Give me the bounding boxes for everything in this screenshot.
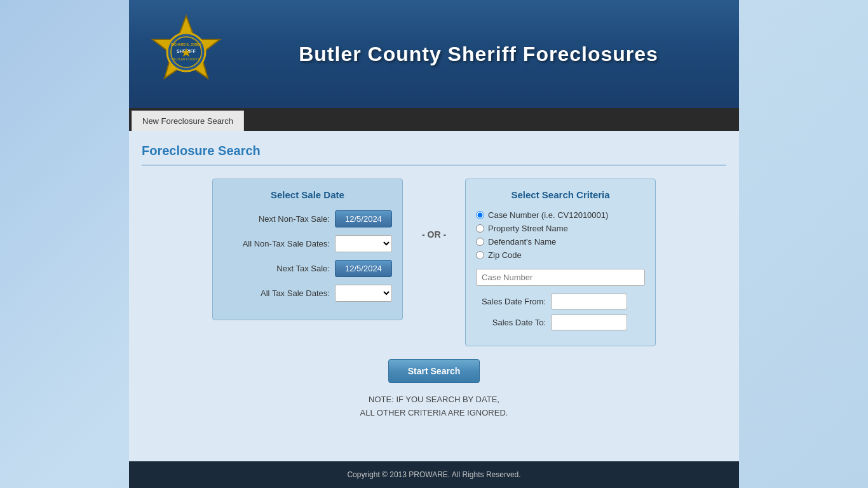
search-criteria-radio-group: Case Number (i.e. CV12010001) Property S… [476,210,645,260]
start-search-button[interactable]: Start Search [388,359,480,383]
all-non-tax-select[interactable] [335,235,392,252]
criteria-box: Select Search Criteria Case Number (i.e.… [465,179,656,346]
new-foreclosure-search-tab[interactable]: New Foreclosure Search [132,111,244,131]
sale-date-box: Select Sale Date Next Non-Tax Sale: 12/5… [212,179,403,320]
note-text: NOTE: IF YOU SEARCH BY DATE, ALL OTHER C… [142,393,726,420]
radio-defendant[interactable]: Defendant's Name [476,237,645,247]
next-tax-button[interactable]: 12/5/2024 [335,260,392,277]
next-non-tax-row: Next Non-Tax Sale: 12/5/2024 [223,210,392,227]
page-title: Foreclosure Search [142,144,726,166]
or-divider: - OR - [422,179,446,240]
radio-property-street-label: Property Street Name [488,224,568,233]
radio-property-street[interactable]: Property Street Name [476,224,645,233]
badge-container: RICHARD K. JONES SHERIFF BUTLER COUNTY [142,10,231,98]
button-row: Start Search [142,359,726,383]
sheriff-badge-icon: RICHARD K. JONES SHERIFF BUTLER COUNTY [145,13,227,95]
footer-text: Copyright © 2013 PROWARE. All Rights Res… [347,470,520,479]
sales-date-to-input[interactable]: 5/13/2025 [551,315,627,330]
sales-date-to-label: Sales Date To: [476,318,546,327]
svg-text:BUTLER COUNTY: BUTLER COUNTY [173,57,200,61]
radio-case-number[interactable]: Case Number (i.e. CV12010001) [476,210,645,220]
sales-date-to-row: Sales Date To: 5/13/2025 [476,315,645,330]
radio-zip-input[interactable] [476,251,484,259]
sales-date-from-input[interactable]: 11/13/2023 [551,294,627,309]
radio-case-number-label: Case Number (i.e. CV12010001) [488,210,608,220]
svg-text:RICHARD K. JONES: RICHARD K. JONES [171,43,201,46]
all-non-tax-row: All Non-Tax Sale Dates: [223,235,392,252]
next-tax-row: Next Tax Sale: 12/5/2024 [223,260,392,277]
header: RICHARD K. JONES SHERIFF BUTLER COUNTY B… [129,0,739,108]
page-header-title: Butler County Sheriff Foreclosures [231,43,726,66]
next-tax-label: Next Tax Sale: [223,264,330,273]
all-tax-row: All Tax Sale Dates: [223,285,392,302]
radio-case-number-input[interactable] [476,211,484,219]
radio-zip[interactable]: Zip Code [476,250,645,260]
note-line2: ALL OTHER CRITERIA ARE IGNORED. [142,407,726,420]
all-tax-select[interactable] [335,285,392,302]
all-non-tax-label: All Non-Tax Sale Dates: [223,239,330,248]
footer: Copyright © 2013 PROWARE. All Rights Res… [129,461,739,488]
nav-bar: New Foreclosure Search [129,108,739,131]
radio-property-street-input[interactable] [476,224,484,233]
sales-date-from-label: Sales Date From: [476,297,546,306]
radio-defendant-input[interactable] [476,238,484,246]
radio-defendant-label: Defendant's Name [488,237,556,247]
all-tax-label: All Tax Sale Dates: [223,288,330,298]
main-content: Foreclosure Search Select Sale Date Next… [129,131,739,461]
sales-date-from-row: Sales Date From: 11/13/2023 [476,294,645,309]
next-non-tax-label: Next Non-Tax Sale: [223,214,330,224]
case-number-input[interactable] [476,269,645,286]
next-non-tax-button[interactable]: 12/5/2024 [335,210,392,227]
sale-date-box-title: Select Sale Date [223,189,392,200]
radio-zip-label: Zip Code [488,250,522,260]
note-line1: NOTE: IF YOU SEARCH BY DATE, [142,393,726,407]
criteria-box-title: Select Search Criteria [476,189,645,200]
search-container: Select Sale Date Next Non-Tax Sale: 12/5… [142,179,726,346]
